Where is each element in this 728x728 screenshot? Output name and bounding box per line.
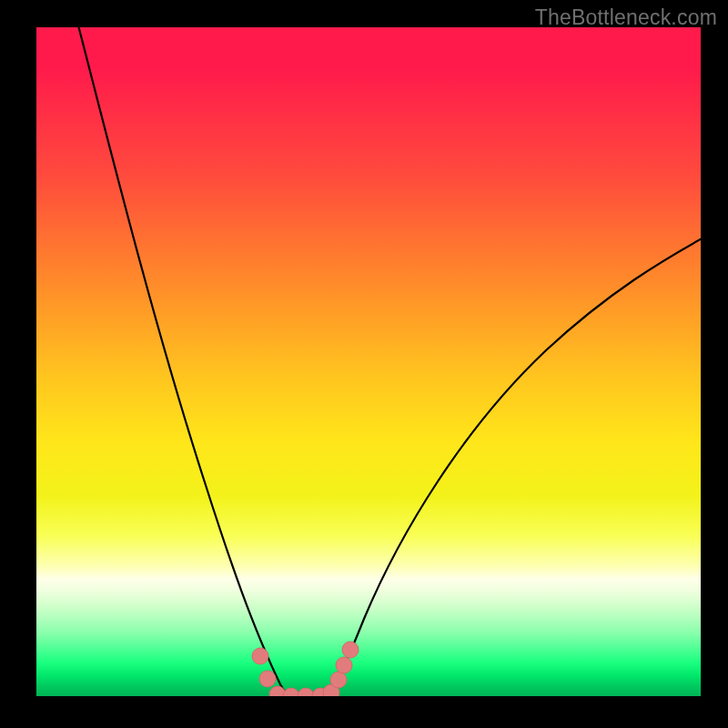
plot-area [36,27,701,696]
marker-dot [252,648,268,664]
marker-dot [298,688,314,696]
chart-frame: TheBottleneck.com [0,0,728,728]
curve-layer [36,27,701,696]
marker-dot [330,672,347,688]
marker-dot [336,657,352,673]
marker-dot [259,671,276,687]
marker-dot [342,642,359,658]
marker-group [252,642,359,696]
right-curve [324,237,701,695]
watermark-text: TheBottleneck.com [535,5,717,30]
left-curve [76,27,291,695]
marker-dot [283,688,299,696]
